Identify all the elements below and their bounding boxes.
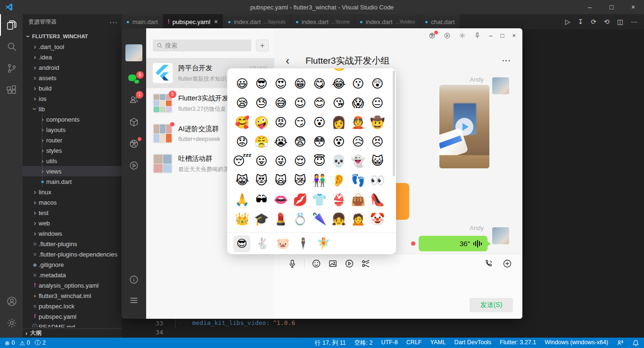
tree-item[interactable]: › layouts <box>23 124 122 135</box>
status-segment[interactable]: Windows (windows-x64) <box>545 339 608 347</box>
emoji-item[interactable]: 🙏 <box>232 190 252 209</box>
emoji-item[interactable]: 🎓 <box>252 209 271 229</box>
editor-tab[interactable]: ● index.dart ...\fvideo <box>355 14 420 29</box>
moments-shutter-icon[interactable] <box>429 32 436 39</box>
emoji-icon[interactable] <box>312 259 321 268</box>
settings-gear-icon[interactable] <box>0 312 23 334</box>
emoji-item[interactable]: 😊 <box>310 93 329 113</box>
emoji-item[interactable]: 👀 <box>368 171 387 190</box>
emoji-item[interactable]: 💀 <box>329 151 348 171</box>
emoji-item[interactable]: 😮 <box>310 113 329 132</box>
emoji-item[interactable]: 🤪 <box>252 113 271 132</box>
emoji-item[interactable]: 👩 <box>329 113 348 132</box>
emoji-item[interactable]: 😺 <box>368 151 387 171</box>
emoji-item[interactable]: 😂 <box>329 74 348 93</box>
account-icon[interactable] <box>0 290 23 312</box>
play-circle-icon[interactable] <box>444 32 451 39</box>
tree-item[interactable]: › .idea <box>23 52 122 62</box>
emoji-item[interactable]: 😟 <box>232 132 252 151</box>
tree-item[interactable]: › test <box>23 207 122 218</box>
sticker-tab[interactable]: 🕴 <box>295 235 311 252</box>
emoji-item[interactable]: 💄 <box>271 209 290 229</box>
microphone-icon[interactable] <box>288 259 297 268</box>
emoji-item[interactable]: 😍 <box>271 74 290 93</box>
tree-item[interactable]: › lib <box>23 104 122 114</box>
conversation-more-icon[interactable]: ··· <box>502 57 511 65</box>
screenshot-scissors-icon[interactable] <box>361 259 371 268</box>
tree-item[interactable]: › FLUTTER3_WINCHAT <box>23 31 122 41</box>
emoji-item[interactable]: 👄 <box>271 190 290 209</box>
emoji-item[interactable]: 👕 <box>310 190 329 209</box>
search-input[interactable]: 搜索 <box>153 40 251 51</box>
emoji-item[interactable]: 🤠 <box>368 113 387 132</box>
split-editor-icon[interactable]: ◫ <box>617 18 623 25</box>
tree-item[interactable]: › utils <box>23 156 122 166</box>
tree-item[interactable]: › styles <box>23 145 122 156</box>
moments-shutter-icon[interactable] <box>129 139 139 149</box>
channels-play-icon[interactable] <box>129 160 139 171</box>
emoji-item[interactable]: 😃 <box>232 74 252 93</box>
extensions-icon[interactable] <box>0 79 23 101</box>
back-arrow-icon[interactable]: ‹ <box>286 56 289 66</box>
emoji-item[interactable]: 😨 <box>290 132 310 151</box>
emoji-item[interactable]: 😅 <box>271 93 290 113</box>
emoji-item[interactable]: 💋 <box>290 190 310 209</box>
message-input-area[interactable]: 发送(S) <box>274 254 522 319</box>
video-call-icon[interactable] <box>345 259 354 268</box>
emoji-item[interactable]: 👲 <box>348 113 368 132</box>
status-segment[interactable]: 行 17, 列 11 <box>315 339 346 347</box>
status-segment[interactable]: Dart DevTools <box>454 339 492 347</box>
sticker-tab[interactable]: 🐇 <box>255 235 271 252</box>
emoji-item[interactable]: 😏 <box>290 113 310 132</box>
tree-item[interactable]: ≡ .flutter-plugins <box>23 239 122 249</box>
explorer-more-actions[interactable]: ··· <box>109 18 118 26</box>
emoji-item[interactable]: 👂 <box>329 171 348 190</box>
menu-icon[interactable] <box>129 295 139 306</box>
download-icon[interactable]: ↧ <box>578 18 584 25</box>
outline-section[interactable]: › 大纲 <box>23 328 122 338</box>
settings-gear-icon[interactable] <box>459 32 466 39</box>
emoji-item[interactable]: 💍 <box>290 209 310 229</box>
editor-tab[interactable]: ● index.dart ...\layouts <box>223 14 291 29</box>
tree-item[interactable]: ≡ pubspec.lock <box>23 301 122 311</box>
emoji-item[interactable]: 😐 <box>368 93 387 113</box>
tree-item[interactable]: › components <box>23 114 122 124</box>
editor-tab[interactable]: ● main.dart <box>122 14 163 29</box>
emoji-item[interactable]: 👑 <box>232 209 252 229</box>
tree-item[interactable]: ! analysis_options.yaml <box>23 280 122 290</box>
tree-item[interactable]: › ios <box>23 93 122 104</box>
video-play-icon[interactable] <box>455 118 473 136</box>
history-icon[interactable]: ⟲ <box>604 18 610 25</box>
tree-item[interactable]: ● main.dart <box>23 176 122 187</box>
more-actions-icon[interactable]: ⋯ <box>631 18 637 25</box>
problems-indicator[interactable]: ⓘ 2 <box>35 339 46 347</box>
emoji-item[interactable]: 👫 <box>310 171 329 190</box>
tree-item[interactable]: › windows <box>23 228 122 239</box>
search-icon[interactable] <box>0 36 23 58</box>
emoji-item[interactable]: 😇 <box>310 151 329 171</box>
maximize-button[interactable]: □ <box>601 0 622 14</box>
emoji-item[interactable]: 😁 <box>290 74 310 93</box>
emoji-item[interactable]: 👜 <box>348 190 368 209</box>
user-avatar[interactable] <box>125 44 142 61</box>
emoji-item[interactable]: 👧 <box>329 209 348 229</box>
status-segment[interactable]: CRLF <box>406 339 422 347</box>
emoji-item[interactable]: 🥰 <box>232 113 252 132</box>
sticker-tab[interactable]: 🧚 <box>315 235 331 252</box>
feedback-icon[interactable] <box>617 340 624 347</box>
emoji-item[interactable]: 👻 <box>348 151 368 171</box>
emoji-item[interactable]: 😻 <box>252 171 271 190</box>
editor-tab[interactable]: ● chat.dart <box>420 14 460 29</box>
source-control-icon[interactable] <box>0 58 23 79</box>
emoji-item[interactable]: 🙀 <box>271 171 290 190</box>
tree-item[interactable]: › views <box>23 166 122 176</box>
editor-tab[interactable]: ! pubspec.yaml × <box>163 14 223 29</box>
emoji-item[interactable]: 😌 <box>290 151 310 171</box>
emoji-item[interactable]: 😳 <box>310 132 329 151</box>
tree-item[interactable]: ⓘ README.md <box>23 322 122 327</box>
plus-circle-icon[interactable] <box>503 259 512 268</box>
emoji-item[interactable]: 😣 <box>368 132 387 151</box>
bell-icon[interactable] <box>632 340 639 347</box>
emoji-item[interactable]: 👣 <box>348 171 368 190</box>
status-segment[interactable]: YAML <box>430 339 446 347</box>
